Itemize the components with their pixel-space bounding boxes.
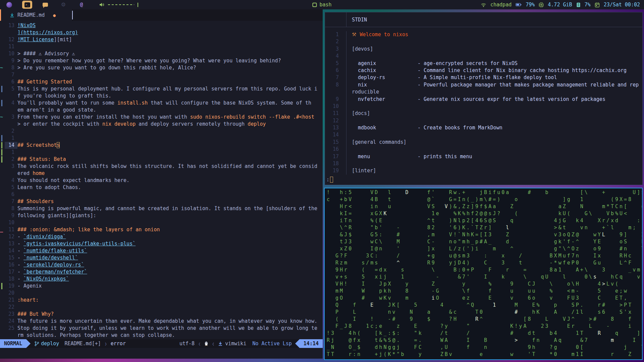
line-number: 8 — [5, 205, 17, 212]
pager-line-number: 9 — [325, 96, 346, 103]
line-number: 1 — [5, 135, 17, 142]
powerline-arrow — [26, 339, 31, 348]
editor-line: 3The volcanic rock still shifts below th… — [0, 163, 323, 170]
md-link[interactable]: ](https://nixos.org) — [17, 29, 78, 36]
matrix-glyphs: E — [370, 302, 375, 308]
matrix-row: mM W pkh 8 -G \f f u uu % <m- 5 e;w 2 — [327, 288, 642, 295]
md-link[interactable]: !MIT License — [17, 37, 54, 43]
text-segment: f you're looking to graft this. — [17, 93, 111, 99]
workspace-settings[interactable]: ⚙ — [58, 1, 68, 9]
line-number: 4 — [5, 100, 17, 107]
pager-line: 4 — [325, 53, 642, 60]
editor-tabline: README.md ● — [0, 9, 323, 21]
matrix-row: \^R "b' - 82 '6)K.`TZr] l >&t vn +`l m; … — [327, 224, 642, 231]
matrix-row: kI= xGXK 1e %K%hf2@@sJ? ( kU( G\ Vb%U< U — [327, 210, 642, 217]
separator-chevron: ‹ — [212, 339, 215, 349]
workspace-terminal-active[interactable]: >_ — [22, 1, 32, 9]
editor-line: _11### :onion: &mdash; like the layers o… — [0, 226, 323, 233]
matrix-glyphs: ( I ! -# 9 $ ?H — [327, 316, 475, 322]
gutter-sign — [0, 170, 5, 177]
matrix-glyphs: R — [598, 330, 602, 336]
editor-text: ## Shoulders — [17, 198, 54, 205]
gutter-sign — [0, 149, 5, 156]
matrix-glyphs: > — [602, 281, 606, 287]
line-number: 10 — [5, 219, 17, 226]
md-link[interactable]: `berberman/nvfetcher` — [23, 269, 87, 275]
volume-slider-handle[interactable] — [138, 3, 138, 7]
pager-window[interactable]: STDIN 1⚒Welcome to nixos23[devos]45 agen… — [325, 12, 643, 185]
gutter-sign — [0, 276, 5, 283]
editor-text: - `NixOS/nixpkgs` — [17, 276, 69, 283]
pager-text — [346, 160, 352, 167]
md-link[interactable]: `NixOS/nixpkgs` — [23, 276, 69, 282]
md-link[interactable]: `numtide/devshell` — [23, 255, 78, 261]
editor-line: 9following giants][giants]: — [0, 212, 323, 219]
matrix-glyphs: xZ0 I@n ' ]x L/z(')i m ^ g"\^Oz o9 #n T — [327, 246, 643, 252]
matrix-glyphs: 9] 2 — [606, 232, 643, 238]
matrix-row: _N O_$ dhNggj FC ,U f n 9h ?g 0[ j Tn — [327, 344, 642, 351]
matrix-glyphs: 9Hr ( =dx s \ B:0+P F r = 8a1 A+\ 3 _vm — [327, 267, 641, 273]
gutter-sign: ~ — [0, 64, 5, 71]
line-number: 5 — [5, 85, 17, 93]
gutter-sign — [0, 198, 5, 205]
matrix-glyphs: i — [432, 295, 436, 301]
editor-line: 6 — [0, 191, 323, 198]
pager-line-number: 18 — [325, 160, 346, 167]
md-link[interactable]: `divnix/digga` — [23, 234, 66, 240]
editor-line: 5This is my personal deployment hub. I c… — [0, 85, 323, 93]
pager-line: 6 cachix- Command line client for Nix bi… — [325, 67, 642, 74]
pager-text: agenix- age-encrypted secrets for NixOS — [346, 60, 518, 67]
matrix-row: !3 4h( [k_:$: "k /t / # dt b4 1T R q ] p… — [327, 330, 642, 337]
workspace-firefox[interactable] — [4, 1, 14, 9]
filetype-icon — [218, 341, 223, 346]
text-segment: sudo nixos-rebuild switch --flake .#<hos… — [190, 114, 314, 120]
command-name: nvfetcher — [352, 96, 418, 103]
text-segment: - — [17, 255, 23, 261]
text-segment: > #### ⚠ Advisory ⚠ — [17, 51, 75, 57]
desktop: >_ ⚙ @ bash chadpad — [0, 0, 644, 362]
matrix-window[interactable]: ! h:5 VD l D f' Rw.+ jBifu0a # b [\ + U]… — [324, 188, 643, 360]
gutter-sign — [0, 50, 5, 57]
md-link[interactable]: `gytis-ivaskevicius/flake-utils-plus` — [23, 241, 136, 247]
editor-line: 21:heart: — [0, 297, 323, 304]
encoding-label: utf-8 — [179, 341, 195, 347]
md-link[interactable]: `serokell/deploy-rs` — [23, 262, 84, 268]
text-segment: ered — [17, 170, 33, 176]
workspace-chat[interactable] — [40, 1, 50, 9]
editor-text: - `numtide/devshell` — [17, 254, 78, 261]
tab-readme[interactable]: README.md ● — [1, 9, 72, 21]
pager-line-number: 17 — [325, 153, 346, 160]
line-number — [5, 332, 17, 339]
editor-text: The future is more uncertain than ever. … — [17, 318, 317, 325]
matrix-glyphs: # — [515, 309, 519, 315]
volume-slider[interactable] — [108, 4, 134, 5]
volume-widget[interactable] — [99, 2, 138, 7]
pager-line: 19[linter] — [325, 167, 642, 174]
filetype-label: vimwiki — [225, 341, 246, 347]
pager-prompt[interactable]: : — [326, 177, 333, 183]
linux-penguin-icon — [204, 341, 208, 346]
pager-text: [devos] — [346, 46, 373, 53]
editor-window[interactable]: README.md ● 13!NixOS](https://nixos.org)… — [0, 9, 323, 359]
gutter-sign — [0, 240, 5, 247]
text-segment: deploy — [248, 121, 266, 127]
memory-usage: 4.72 GiB — [548, 2, 572, 8]
text-segment: nix develop — [102, 121, 136, 127]
editor-line: f you're looking to graft this. — [0, 93, 323, 100]
pager-text: roducible — [346, 88, 379, 96]
command-line[interactable] — [0, 348, 323, 359]
pager-title: STDIN — [346, 17, 367, 23]
gutter-sign — [0, 191, 5, 198]
md-link[interactable]: `numtide/flake-utils` — [23, 248, 87, 254]
text-segment: roducible — [352, 88, 379, 96]
text-segment: - — [17, 276, 23, 282]
text-segment: You should not expect landmarks here. — [17, 177, 129, 183]
window-icon — [312, 3, 317, 7]
workspace-mention[interactable]: @ — [76, 1, 87, 9]
editor-line: 18- `NixOS/nixpkgs` — [0, 276, 323, 283]
md-link[interactable]: !NixOS — [17, 22, 36, 28]
text-segment: [general commands] — [352, 139, 407, 146]
pager-lines: 1⚒Welcome to nixos23[devos]45 agenix- ag… — [325, 27, 642, 175]
editor-line: 6## Getting Started — [0, 78, 323, 85]
matrix-row: &J$ G5: # ,m V!`NhK=[I3 Z v3oQZ@ wYL 9] … — [327, 231, 642, 238]
